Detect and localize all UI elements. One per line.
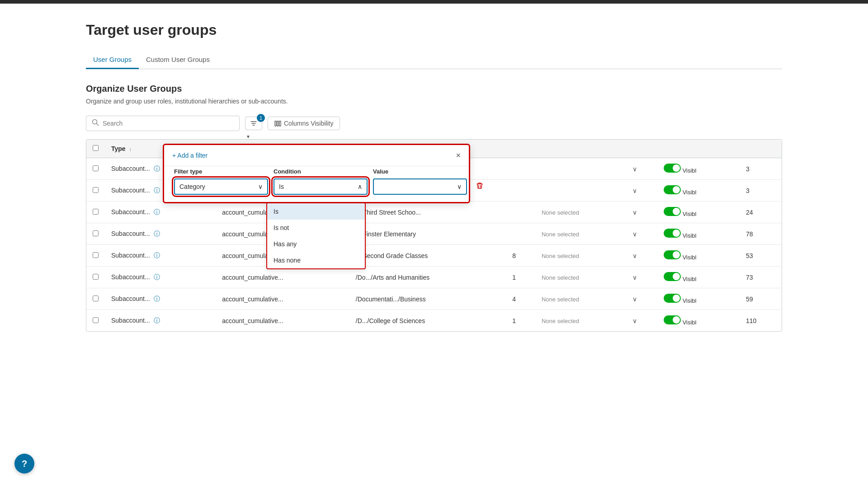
cell-chevron[interactable]: ∨ [626,202,657,223]
tab-user-groups[interactable]: User Groups [86,51,139,69]
table-row: Subaccount... ⓘ account_cumulative... ..… [86,202,782,223]
info-icon[interactable]: ⓘ [154,187,160,194]
row-checkbox[interactable] [93,296,99,301]
cell-assignment [535,180,626,202]
col-assignment [535,140,626,158]
cell-toggle[interactable]: Visibl [657,288,740,310]
search-box[interactable] [86,116,240,131]
row-checkbox[interactable] [93,209,99,215]
info-icon[interactable]: ⓘ [154,230,160,237]
filter-type-chevron-icon: ∨ [258,183,263,190]
cell-type: Subaccount... ⓘ [105,223,216,245]
page-title: Target user groups [86,22,782,38]
condition-chevron-icon: ∧ [358,183,362,190]
filter-type-header: Filter type [172,168,272,178]
info-icon[interactable]: ⓘ [154,165,160,172]
page-wrapper: Target user groups User Groups Custom Us… [0,0,868,488]
main-content: Target user groups User Groups Custom Us… [0,4,868,350]
row-checkbox[interactable] [93,165,99,171]
cell-chevron[interactable]: ∨ [626,245,657,267]
columns-visibility-label: Columns Visibility [284,120,333,127]
cell-chevron[interactable]: ∨ [626,310,657,332]
cell-chevron[interactable]: ∨ [626,288,657,310]
cell-chevron[interactable]: ∨ [626,267,657,288]
value-label: Value [371,168,471,175]
section-description: Organize and group user roles, instituti… [86,98,782,105]
cell-type: Subaccount... ⓘ [105,245,216,267]
info-icon[interactable]: ⓘ [154,295,160,302]
table-row: Subaccount... ⓘ account_cumulative... /D… [86,310,782,332]
cell-toggle[interactable]: Visibl [657,180,740,202]
filter-type-value: Category [179,183,205,190]
cell-path: /Do.../Arts and Humanities [349,267,506,288]
cell-path: .../Second Grade Classes [349,245,506,267]
condition-option-has-any[interactable]: Has any [267,236,365,252]
cell-toggle[interactable]: Visibl [657,245,740,267]
help-button[interactable]: ? [14,454,34,474]
cell-count: 8 [506,245,535,267]
cell-chevron[interactable]: ∨ [626,223,657,245]
cell-count: 4 [506,288,535,310]
cell-assignment: None selected [535,310,626,332]
condition-dropdown: Is Is not Has any Has none [266,202,366,269]
cell-toggle[interactable]: Visibl [657,158,740,180]
select-all-checkbox[interactable] [93,145,99,151]
tabs-container: User Groups Custom User Groups [86,51,782,69]
row-checkbox[interactable] [93,274,99,280]
table-row: Subaccount... ⓘ account_cumulative... ..… [86,245,782,267]
filter-type-label: Filter type [172,168,272,175]
filter-headers: Filter type Condition Value [164,166,469,178]
cell-toggle[interactable]: Visibl [657,223,740,245]
cell-toggle[interactable]: Visibl [657,202,740,223]
tab-custom-user-groups[interactable]: Custom User Groups [139,51,217,69]
cell-toggle[interactable]: Visibl [657,267,740,288]
condition-header: Condition [272,168,371,178]
table-row: Subaccount... ⓘ account_cumulative... /D… [86,288,782,310]
info-icon[interactable]: ⓘ [154,252,160,259]
info-icon[interactable]: ⓘ [154,273,160,281]
col-chevron [626,140,657,158]
table-row: Subaccount... ⓘ account_cumulative... ..… [86,223,782,245]
condition-label: Condition [272,168,371,175]
columns-visibility-button[interactable]: Columns Visibility [268,117,340,130]
info-icon[interactable]: ⓘ [154,317,160,324]
condition-option-has-none[interactable]: Has none [267,252,365,268]
delete-filter-button[interactable] [471,180,489,193]
cell-chevron[interactable]: ∨ [626,180,657,202]
filter-panel-header: + Add a filter × [164,145,469,166]
info-icon[interactable]: ⓘ [154,208,160,216]
value-header: Value [371,168,471,178]
cell-num: 59 [740,288,782,310]
filter-panel-overlay: + Add a filter × Filter type Condition V… [163,144,470,203]
condition-option-is-not[interactable]: Is not [267,220,365,236]
search-input[interactable] [103,120,234,127]
cell-assignment: None selected [535,223,626,245]
cell-assignment: None selected [535,288,626,310]
filter-type-select[interactable]: Category ∨ [174,178,268,195]
cell-chevron[interactable]: ∨ [626,158,657,180]
filter-dropdown-arrow: ▼ [246,135,782,139]
search-icon [92,119,99,128]
row-checkbox[interactable] [93,252,99,258]
condition-value: Is [279,183,284,190]
cell-path: .../Finster Elementary [349,223,506,245]
cell-num: 3 [740,180,782,202]
filter-badge: 1 [257,114,265,122]
condition-select[interactable]: Is ∧ [274,178,368,195]
row-checkbox[interactable] [93,230,99,236]
section-title: Organize User Groups [86,84,782,94]
row-checkbox[interactable] [93,317,99,323]
condition-option-is[interactable]: Is [267,203,365,220]
row-checkbox[interactable] [93,187,99,193]
close-filter-button[interactable]: × [456,151,461,160]
svg-rect-3 [277,121,278,126]
filter-controls-wrapper: Filter type Condition Value Cate [164,166,469,202]
value-chevron-icon: ∨ [457,183,462,190]
add-filter-button[interactable]: + Add a filter [172,152,208,159]
cell-assignment: None selected [535,267,626,288]
cell-num: 78 [740,223,782,245]
value-select[interactable]: ∨ [373,178,467,195]
col-count [506,140,535,158]
cell-path: /D.../College of Sciences [349,310,506,332]
cell-toggle[interactable]: Visibl [657,310,740,332]
